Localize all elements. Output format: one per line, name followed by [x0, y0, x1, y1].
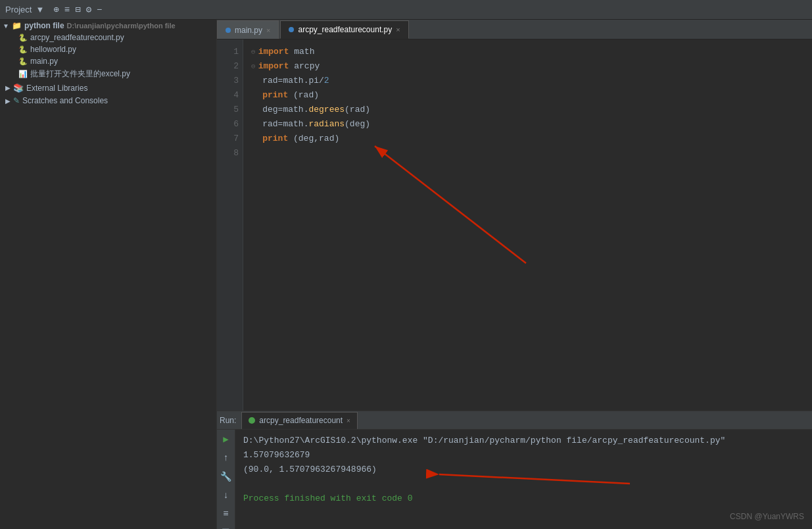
tab-dot-main	[226, 28, 231, 33]
fold-4	[251, 88, 260, 103]
var-deg: deg	[262, 103, 277, 117]
sidebar-file-helloworld-label: helloworld.py	[30, 45, 76, 54]
sidebar-file-excel[interactable]: 📊 批量打开文件夹里的excel.py	[0, 67, 216, 81]
module-math: math	[289, 45, 314, 59]
op-div: /	[319, 74, 324, 88]
fold-2[interactable]: ⊖	[251, 59, 256, 74]
root-expand-arrow: ▼	[3, 22, 9, 30]
sidebar-file-helloworld[interactable]: 🐍 helloworld.py	[0, 43, 216, 55]
bottom-left-toolbar: ▶ ↑ 🔧 ↓ ≡ ☰ 🖨 🗑	[217, 430, 235, 529]
watermark: CSDN @YuanYWRS	[730, 512, 804, 521]
fold-8	[251, 146, 260, 161]
bottom-output: D:\Python27\ArcGIS10.2\pythonw.exe "D:/r…	[235, 430, 812, 529]
op-eq1: =	[278, 74, 283, 88]
svg-line-1	[375, 146, 526, 263]
tab-arcpy-label: arcpy_readfeaturecount.py	[298, 25, 392, 34]
code-content[interactable]: ⊖ import math ⊖ import arcpy rad = math.…	[243, 39, 812, 411]
bottom-header-row: Run: arcpy_readfeaturecount ×	[217, 411, 812, 430]
math-pi: math.pi	[283, 74, 319, 88]
run-icon[interactable]: ▶	[222, 432, 229, 446]
list2-icon[interactable]: ☰	[220, 526, 231, 529]
code-line-8	[251, 146, 804, 161]
fold-5	[251, 103, 260, 117]
tab-main-close[interactable]: ×	[266, 26, 270, 34]
kw-print-1: print	[262, 88, 288, 103]
sidebar-file-main-label: main.py	[30, 57, 58, 66]
module-arcpy: arcpy	[289, 59, 320, 74]
main-area: ▼ 📁 python file D:\ruanjian\pycharm\pyth…	[0, 20, 812, 529]
kw-import-1: import	[258, 45, 289, 59]
sidebar-scratches[interactable]: ▶ ✎ Scratches and Consoles	[0, 95, 216, 107]
output-line-2: (90.0, 1.5707963267948966)	[243, 463, 804, 477]
output-line-blank	[243, 477, 804, 491]
output-line-cmd: D:\Python27\ArcGIS10.2\pythonw.exe "D:/r…	[243, 434, 804, 448]
code-line-3: rad = math.pi / 2	[251, 74, 804, 88]
sidebar-file-main[interactable]: 🐍 main.py	[0, 55, 216, 67]
code-line-5: deg = math.degrees(rad)	[251, 103, 804, 117]
tab-arcpy-close[interactable]: ×	[396, 26, 400, 34]
py-file-icon2: 🐍	[18, 45, 28, 54]
scratches-icon: ✎	[13, 96, 20, 105]
paren-3: (deg)	[345, 117, 370, 132]
expand-icon[interactable]: ≡	[64, 5, 70, 15]
fold-7	[251, 132, 260, 146]
editor-area: main.py × arcpy_readfeaturecount.py × 1 …	[217, 20, 812, 529]
minimize-icon[interactable]: −	[97, 5, 102, 15]
bottom-tab-icon	[249, 417, 255, 424]
run-label: Run:	[217, 416, 236, 425]
op-eq3: =	[278, 117, 283, 132]
math-radians: math.	[283, 117, 308, 132]
sidebar-file-arcpy-label: arcpy_readfeaturecount.py	[30, 33, 124, 42]
py-file-icon3: 🐍	[18, 57, 28, 66]
op-eq2: =	[278, 103, 283, 117]
tab-main-py[interactable]: main.py ×	[217, 20, 279, 39]
fold-6	[251, 117, 260, 132]
tab-main-label: main.py	[235, 26, 262, 35]
project-dropdown-arrow[interactable]: ▼	[36, 5, 44, 14]
ext-lib-icon: 📚	[13, 83, 24, 93]
bottom-panel: Run: arcpy_readfeaturecount × ▶ ↑ 🔧 ↓ ≡ …	[217, 411, 812, 529]
ext-lib-label: External Libraries	[26, 84, 87, 93]
paren-2: (rad)	[345, 103, 370, 117]
bottom-tab-label: arcpy_readfeaturecount	[259, 416, 343, 425]
code-line-6: rad = math.radians(deg)	[251, 117, 804, 132]
paren-1: (rad)	[288, 88, 319, 103]
sidebar-external-libraries[interactable]: ▶ 📚 External Libraries	[0, 81, 216, 95]
root-folder-path: D:\ruanjian\pycharm\python file	[67, 22, 176, 30]
sidebar-file-arcpy[interactable]: 🐍 arcpy_readfeaturecount.py	[0, 32, 216, 43]
bottom-tab-arcpy[interactable]: arcpy_readfeaturecount ×	[241, 412, 358, 429]
tab-arcpy[interactable]: arcpy_readfeaturecount.py ×	[280, 20, 408, 39]
var-rad: rad	[262, 74, 277, 88]
bottom-tab-close[interactable]: ×	[346, 417, 350, 424]
settings-run-icon[interactable]: 🔧	[219, 470, 233, 484]
title-bar-icons: ⊕ ≡ ⊟ ⚙ −	[53, 4, 102, 15]
kw-import-2: import	[258, 59, 289, 74]
root-folder-icon: 📁	[12, 21, 22, 30]
var-rad2: rad	[262, 117, 277, 132]
code-line-1: ⊖ import math	[251, 45, 804, 59]
kw-print-2: print	[262, 132, 288, 146]
collapse-icon[interactable]: ⊟	[75, 4, 80, 15]
list-icon[interactable]: ≡	[222, 507, 229, 520]
tab-dot-arcpy	[289, 27, 294, 32]
output-line-1: 1.57079632679	[243, 448, 804, 463]
settings-icon[interactable]: ⚙	[86, 4, 91, 15]
new-file-icon[interactable]: ⊕	[53, 4, 59, 15]
root-folder-label: python file	[24, 21, 64, 30]
sidebar: ▼ 📁 python file D:\ruanjian\pycharm\pyth…	[0, 20, 217, 529]
code-line-2: ⊖ import arcpy	[251, 59, 804, 74]
func-radians: radians	[308, 117, 345, 132]
sidebar-root-folder[interactable]: ▼ 📁 python file D:\ruanjian\pycharm\pyth…	[0, 20, 216, 32]
code-line-7: print (deg,rad)	[251, 132, 804, 146]
paren-4: (deg,rad)	[288, 132, 339, 146]
title-bar: Project ▼ ⊕ ≡ ⊟ ⚙ −	[0, 0, 812, 20]
py-file-icon: 🐍	[18, 34, 28, 42]
num-2: 2	[324, 74, 329, 88]
fold-1[interactable]: ⊖	[251, 45, 256, 59]
ext-lib-arrow: ▶	[5, 84, 11, 91]
scratches-label: Scratches and Consoles	[22, 96, 108, 105]
down-icon[interactable]: ↓	[222, 489, 229, 502]
project-label[interactable]: Project	[5, 5, 32, 14]
up-icon[interactable]: ↑	[222, 451, 229, 465]
title-bar-left: Project ▼ ⊕ ≡ ⊟ ⚙ −	[5, 4, 102, 15]
